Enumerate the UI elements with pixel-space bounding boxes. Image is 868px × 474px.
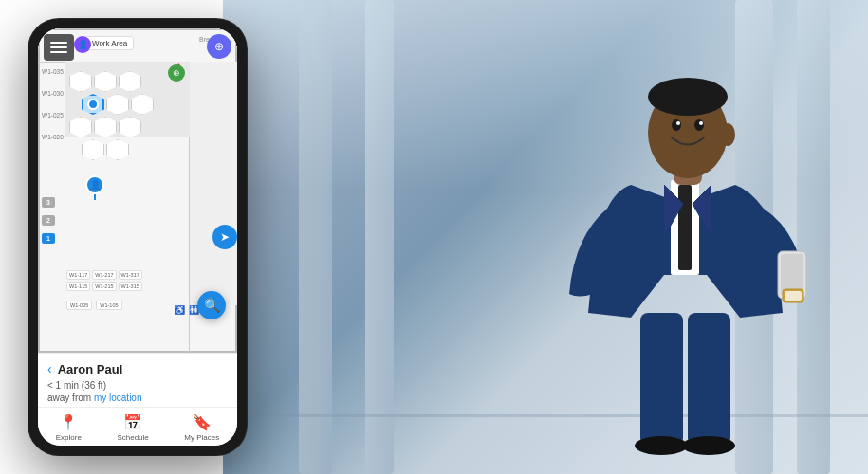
label-w020: W1-020 [42, 134, 64, 140]
svg-point-15 [720, 123, 735, 146]
map-area: Work Area ⊕ 👤 ▲ W1-035 W1-03 [38, 28, 237, 353]
person-name-text: Aaron Paul [58, 362, 228, 376]
ws-label-w115: W1-115 [66, 282, 90, 291]
bottom-nav: 📍 Explore 📅 Schedule 🔖 My Places [38, 407, 237, 446]
side-labels: W1-035 W1-030 W1-025 W1-020 [42, 68, 64, 140]
svg-point-3 [682, 436, 735, 455]
svg-point-13 [676, 121, 680, 125]
ws-label-w005: W1-005 [66, 301, 92, 310]
person-pin: 👤 [85, 175, 104, 200]
search-fab-button[interactable]: 🔍 [197, 291, 226, 319]
map-icon-green: ⊕ [168, 64, 185, 82]
my-location-link[interactable]: my location [94, 392, 142, 403]
ws-labels-row1: W1-117 W1-217 W1-317 W1-115 W1-215 W1-31… [66, 270, 142, 291]
map-person-icon[interactable]: 👤 [74, 36, 91, 53]
ws-label-w215: W1-215 [92, 282, 116, 291]
label-w035: W1-035 [42, 68, 64, 75]
nav-item-myplaces[interactable]: 🔖 My Places [184, 413, 219, 442]
restroom-icon-1: ♿ [175, 305, 185, 315]
phone-body: Work Area ⊕ 👤 ▲ W1-035 W1-03 [28, 19, 247, 455]
myplaces-label: My Places [184, 433, 219, 442]
hex-grid [68, 71, 155, 160]
number-badge-3: 3 2 1 [42, 197, 55, 244]
svg-point-10 [648, 78, 728, 116]
location-line: away from my location [47, 392, 228, 403]
back-arrow[interactable]: ‹ [47, 361, 52, 376]
person-figure [517, 19, 840, 474]
forward-button[interactable]: ➤ [212, 225, 237, 249]
background-photo [223, 0, 868, 474]
work-area-label: Work Area [85, 36, 134, 50]
svg-rect-0 [640, 313, 683, 446]
nav-item-explore[interactable]: 📍 Explore [56, 413, 82, 442]
svg-point-2 [635, 436, 688, 455]
explore-icon: 📍 [59, 413, 78, 431]
schedule-label: Schedule [117, 433, 148, 442]
myplaces-icon: 🔖 [193, 413, 212, 431]
ws-label-w315: W1-315 [119, 282, 142, 291]
ws-label-w105: W1-105 [96, 301, 121, 310]
svg-point-11 [672, 119, 681, 131]
distance-text: < 1 min (36 ft) [47, 380, 228, 391]
label-w025: W1-025 [42, 112, 64, 118]
location-button[interactable]: ⊕ [207, 34, 231, 59]
svg-point-12 [694, 119, 704, 131]
schedule-icon: 📅 [123, 413, 142, 431]
hamburger-menu[interactable] [44, 34, 74, 61]
bottom-ws-labels: W1-005 W1-105 [66, 301, 122, 310]
info-panel: ‹ Aaron Paul ➤ < 1 min (36 ft) away from… [38, 353, 237, 407]
phone-device: Work Area ⊕ 👤 ▲ W1-035 W1-03 [28, 19, 247, 455]
ws-label-w117: W1-117 [66, 270, 90, 280]
svg-point-14 [699, 121, 703, 125]
scene: Work Area ⊕ 👤 ▲ W1-035 W1-03 [0, 0, 868, 474]
svg-rect-1 [688, 313, 730, 446]
nav-item-schedule[interactable]: 📅 Schedule [117, 413, 148, 442]
ws-label-w217: W1-217 [92, 270, 116, 280]
svg-rect-5 [678, 185, 692, 270]
explore-label: Explore [56, 433, 82, 442]
svg-rect-17 [785, 291, 802, 301]
ws-label-w317: W1-317 [119, 270, 142, 280]
label-w030: W1-030 [42, 90, 64, 97]
phone-screen: Work Area ⊕ 👤 ▲ W1-035 W1-03 [38, 28, 237, 446]
